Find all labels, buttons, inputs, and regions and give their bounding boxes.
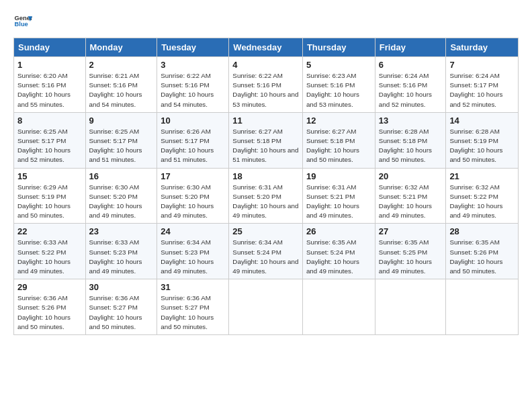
- day-number: 2: [89, 60, 154, 70]
- day-info: Sunrise: 6:25 AMSunset: 5:17 PMDaylight:…: [17, 128, 71, 164]
- header-wednesday: Wednesday: [229, 38, 303, 57]
- day-number: 19: [306, 171, 371, 181]
- day-number: 17: [161, 171, 225, 181]
- table-cell: 20 Sunrise: 6:32 AMSunset: 5:21 PMDaylig…: [375, 168, 446, 224]
- day-info: Sunrise: 6:28 AMSunset: 5:18 PMDaylight:…: [379, 128, 432, 164]
- day-number: 1: [17, 60, 82, 70]
- table-cell: 27 Sunrise: 6:35 AMSunset: 5:25 PMDaylig…: [375, 224, 446, 279]
- day-number: 22: [17, 226, 82, 236]
- table-cell: 19 Sunrise: 6:31 AMSunset: 5:21 PMDaylig…: [302, 168, 375, 224]
- day-info: Sunrise: 6:32 AMSunset: 5:21 PMDaylight:…: [379, 183, 432, 220]
- table-cell: 28 Sunrise: 6:35 AMSunset: 5:26 PMDaylig…: [446, 224, 519, 279]
- day-number: 24: [161, 226, 225, 236]
- day-number: 14: [449, 116, 515, 126]
- table-cell: 21 Sunrise: 6:32 AMSunset: 5:22 PMDaylig…: [446, 168, 519, 224]
- day-number: 29: [17, 282, 82, 292]
- day-info: Sunrise: 6:27 AMSunset: 5:18 PMDaylight:…: [306, 128, 359, 164]
- day-number: 30: [89, 282, 154, 292]
- header-monday: Monday: [85, 38, 157, 57]
- day-number: 27: [379, 226, 443, 236]
- day-number: 25: [232, 226, 299, 236]
- day-info: Sunrise: 6:22 AMSunset: 5:16 PMDaylight:…: [232, 72, 298, 108]
- table-cell: [375, 279, 446, 335]
- day-number: 4: [232, 60, 299, 70]
- table-cell: 26 Sunrise: 6:35 AMSunset: 5:24 PMDaylig…: [302, 224, 375, 279]
- header: General Blue: [13, 12, 519, 31]
- table-cell: 3 Sunrise: 6:22 AMSunset: 5:16 PMDayligh…: [157, 57, 229, 113]
- table-cell: 31 Sunrise: 6:36 AMSunset: 5:27 PMDaylig…: [157, 279, 229, 335]
- day-number: 16: [89, 171, 154, 181]
- logo: General Blue: [13, 12, 35, 31]
- table-cell: 2 Sunrise: 6:21 AMSunset: 5:16 PMDayligh…: [85, 57, 157, 113]
- table-cell: 8 Sunrise: 6:25 AMSunset: 5:17 PMDayligh…: [14, 112, 86, 168]
- table-cell: 5 Sunrise: 6:23 AMSunset: 5:16 PMDayligh…: [302, 57, 375, 113]
- table-cell: 25 Sunrise: 6:34 AMSunset: 5:24 PMDaylig…: [229, 224, 303, 279]
- table-cell: 9 Sunrise: 6:25 AMSunset: 5:17 PMDayligh…: [85, 112, 157, 168]
- table-cell: 4 Sunrise: 6:22 AMSunset: 5:16 PMDayligh…: [229, 57, 303, 113]
- day-number: 18: [232, 171, 299, 181]
- day-number: 9: [89, 116, 154, 126]
- table-cell: 29 Sunrise: 6:36 AMSunset: 5:26 PMDaylig…: [14, 279, 86, 335]
- table-cell: 22 Sunrise: 6:33 AMSunset: 5:22 PMDaylig…: [14, 224, 86, 279]
- table-cell: 1 Sunrise: 6:20 AMSunset: 5:16 PMDayligh…: [14, 57, 86, 113]
- table-cell: 23 Sunrise: 6:33 AMSunset: 5:23 PMDaylig…: [85, 224, 157, 279]
- day-number: 28: [449, 226, 515, 236]
- table-cell: 10 Sunrise: 6:26 AMSunset: 5:17 PMDaylig…: [157, 112, 229, 168]
- day-info: Sunrise: 6:33 AMSunset: 5:23 PMDaylight:…: [89, 238, 142, 275]
- day-info: Sunrise: 6:30 AMSunset: 5:20 PMDaylight:…: [161, 183, 214, 220]
- day-number: 23: [89, 226, 154, 236]
- day-info: Sunrise: 6:28 AMSunset: 5:19 PMDaylight:…: [449, 128, 502, 164]
- day-info: Sunrise: 6:25 AMSunset: 5:17 PMDaylight:…: [89, 128, 142, 164]
- day-number: 26: [306, 226, 371, 236]
- day-info: Sunrise: 6:36 AMSunset: 5:27 PMDaylight:…: [89, 294, 142, 330]
- header-sunday: Sunday: [14, 38, 86, 57]
- day-number: 31: [161, 282, 225, 292]
- day-info: Sunrise: 6:29 AMSunset: 5:19 PMDaylight:…: [17, 183, 71, 220]
- day-info: Sunrise: 6:24 AMSunset: 5:16 PMDaylight:…: [379, 72, 432, 108]
- table-cell: [446, 279, 519, 335]
- day-info: Sunrise: 6:34 AMSunset: 5:24 PMDaylight:…: [232, 238, 298, 275]
- day-info: Sunrise: 6:35 AMSunset: 5:24 PMDaylight:…: [306, 238, 359, 275]
- day-number: 3: [161, 60, 225, 70]
- day-number: 20: [379, 171, 443, 181]
- day-info: Sunrise: 6:34 AMSunset: 5:23 PMDaylight:…: [161, 238, 214, 275]
- day-number: 10: [161, 116, 225, 126]
- page: General Blue Sunday Monday Tuesday Wedne…: [0, 0, 532, 342]
- table-cell: 24 Sunrise: 6:34 AMSunset: 5:23 PMDaylig…: [157, 224, 229, 279]
- header-friday: Friday: [375, 38, 446, 57]
- weekday-header-row: Sunday Monday Tuesday Wednesday Thursday…: [14, 38, 519, 57]
- day-info: Sunrise: 6:35 AMSunset: 5:26 PMDaylight:…: [449, 238, 502, 275]
- table-cell: 14 Sunrise: 6:28 AMSunset: 5:19 PMDaylig…: [446, 112, 519, 168]
- table-cell: 30 Sunrise: 6:36 AMSunset: 5:27 PMDaylig…: [85, 279, 157, 335]
- day-info: Sunrise: 6:31 AMSunset: 5:21 PMDaylight:…: [306, 183, 359, 220]
- table-cell: [229, 279, 303, 335]
- day-info: Sunrise: 6:22 AMSunset: 5:16 PMDaylight:…: [161, 72, 214, 108]
- day-number: 7: [449, 60, 515, 70]
- day-info: Sunrise: 6:33 AMSunset: 5:22 PMDaylight:…: [17, 238, 71, 275]
- day-info: Sunrise: 6:23 AMSunset: 5:16 PMDaylight:…: [306, 72, 359, 108]
- header-tuesday: Tuesday: [157, 38, 229, 57]
- table-cell: 13 Sunrise: 6:28 AMSunset: 5:18 PMDaylig…: [375, 112, 446, 168]
- day-info: Sunrise: 6:36 AMSunset: 5:26 PMDaylight:…: [17, 294, 71, 330]
- day-info: Sunrise: 6:27 AMSunset: 5:18 PMDaylight:…: [232, 128, 298, 164]
- logo-icon: General Blue: [13, 12, 32, 31]
- table-cell: [302, 279, 375, 335]
- day-number: 5: [306, 60, 371, 70]
- day-number: 6: [379, 60, 443, 70]
- header-saturday: Saturday: [446, 38, 519, 57]
- day-info: Sunrise: 6:20 AMSunset: 5:16 PMDaylight:…: [17, 72, 71, 108]
- day-info: Sunrise: 6:26 AMSunset: 5:17 PMDaylight:…: [161, 128, 214, 164]
- day-info: Sunrise: 6:36 AMSunset: 5:27 PMDaylight:…: [161, 294, 214, 330]
- day-info: Sunrise: 6:24 AMSunset: 5:17 PMDaylight:…: [449, 72, 502, 108]
- day-number: 21: [449, 171, 515, 181]
- table-cell: 12 Sunrise: 6:27 AMSunset: 5:18 PMDaylig…: [302, 112, 375, 168]
- table-cell: 17 Sunrise: 6:30 AMSunset: 5:20 PMDaylig…: [157, 168, 229, 224]
- day-number: 8: [17, 116, 82, 126]
- table-cell: 6 Sunrise: 6:24 AMSunset: 5:16 PMDayligh…: [375, 57, 446, 113]
- day-number: 12: [306, 116, 371, 126]
- calendar-table: Sunday Monday Tuesday Wednesday Thursday…: [13, 38, 519, 335]
- table-cell: 16 Sunrise: 6:30 AMSunset: 5:20 PMDaylig…: [85, 168, 157, 224]
- day-info: Sunrise: 6:32 AMSunset: 5:22 PMDaylight:…: [449, 183, 502, 220]
- svg-text:Blue: Blue: [15, 21, 28, 28]
- day-number: 15: [17, 171, 82, 181]
